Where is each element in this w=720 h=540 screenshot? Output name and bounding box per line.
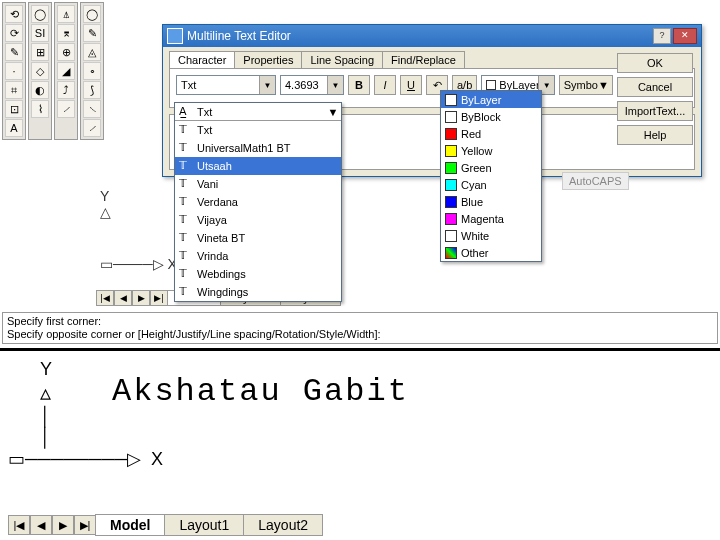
tool-hatch[interactable]: ⌗: [5, 81, 23, 99]
nav-first[interactable]: |◀: [96, 290, 114, 306]
titlebar[interactable]: Multiline Text Editor ? ✕: [163, 25, 701, 47]
tool-s[interactable]: ⟋: [83, 119, 101, 137]
lower-panel: Y ▵ │ │ ▭────────▷ X Akshatau Gabit |◀ ◀…: [0, 348, 720, 540]
tool-m[interactable]: ◯: [83, 5, 101, 23]
tool-e[interactable]: ◐: [31, 81, 49, 99]
color-item[interactable]: White: [441, 227, 541, 244]
italic-button[interactable]: I: [374, 75, 396, 95]
tool-text[interactable]: A: [5, 119, 23, 137]
font-item[interactable]: 𝕋Txt: [175, 121, 341, 139]
color-item[interactable]: Yellow: [441, 142, 541, 159]
tool-region[interactable]: ⊡: [5, 100, 23, 118]
tool-l[interactable]: ⟋: [57, 100, 75, 118]
tool-j[interactable]: ◢: [57, 62, 75, 80]
tab-properties[interactable]: Properties: [234, 51, 302, 68]
help-button[interactable]: Help: [617, 125, 693, 145]
tool-g[interactable]: ⍋: [57, 5, 75, 23]
tool-c[interactable]: ⊞: [31, 43, 49, 61]
ucs-icon-small: Y △ ▭────▷ X: [100, 188, 177, 272]
chevron-down-icon: ▼: [259, 76, 275, 94]
font-item[interactable]: 𝕋Vani: [175, 175, 341, 193]
color-item[interactable]: ByBlock: [441, 108, 541, 125]
nav-prev-big[interactable]: ◀: [30, 515, 52, 535]
font-dropdown-current[interactable]: A̲Txt▼: [175, 103, 341, 121]
tab-model-big[interactable]: Model: [95, 514, 165, 536]
color-item[interactable]: Other: [441, 244, 541, 261]
nav-first-big[interactable]: |◀: [8, 515, 30, 535]
tool-plus[interactable]: ✎: [5, 43, 23, 61]
color-item[interactable]: Cyan: [441, 176, 541, 193]
underline-button[interactable]: U: [400, 75, 422, 95]
tool-h[interactable]: ⌆: [57, 24, 75, 42]
tab-findreplace[interactable]: Find/Replace: [382, 51, 465, 68]
font-item[interactable]: 𝕋Webdings: [175, 265, 341, 283]
tool-r[interactable]: ⟍: [83, 100, 101, 118]
font-combo[interactable]: Txt▼: [176, 75, 276, 95]
tool-o[interactable]: ◬: [83, 43, 101, 61]
nav-last[interactable]: ▶|: [150, 290, 168, 306]
font-item[interactable]: 𝕋Wingdings: [175, 283, 341, 301]
nav-next[interactable]: ▶: [132, 290, 150, 306]
ucs-triangle-icon: △: [100, 204, 177, 220]
import-text-button[interactable]: ImportText...: [617, 101, 693, 121]
ok-button[interactable]: OK: [617, 53, 693, 73]
dialog-title: Multiline Text Editor: [187, 29, 291, 43]
tool-a[interactable]: ◯: [31, 5, 49, 23]
nav-next-big[interactable]: ▶: [52, 515, 74, 535]
tool-redo[interactable]: ⟳: [5, 24, 23, 42]
color-item[interactable]: ByLayer: [441, 91, 541, 108]
ucs-y-label: Y: [100, 188, 177, 204]
cancel-button[interactable]: Cancel: [617, 77, 693, 97]
tool-d[interactable]: ◇: [31, 62, 49, 80]
color-item[interactable]: Blue: [441, 193, 541, 210]
font-dropdown-list: A̲Txt▼ 𝕋Txt𝕋UniversalMath1 BT𝕋Utsaah𝕋Van…: [174, 102, 342, 302]
font-item[interactable]: 𝕋Utsaah: [175, 157, 341, 175]
color-dropdown-list: ByLayerByBlockRedYellowGreenCyanBlueMage…: [440, 90, 542, 262]
dialog-icon: [167, 28, 183, 44]
tool-undo[interactable]: ⟲: [5, 5, 23, 23]
tool-b[interactable]: SI: [31, 24, 49, 42]
color-item[interactable]: Red: [441, 125, 541, 142]
ucs-big-x: X: [151, 449, 163, 469]
tab-layout2-big[interactable]: Layout2: [243, 514, 323, 536]
font-item[interactable]: 𝕋Verdana: [175, 193, 341, 211]
dialog-side-buttons: OK Cancel ImportText... Help: [617, 53, 693, 145]
left-toolbars: ⟲ ⟳ ✎ · ⌗ ⊡ A ◯ SI ⊞ ◇ ◐ ⌇ ⍋ ⌆ ⊕ ◢ ⤴ ⟋ ◯…: [0, 0, 106, 142]
nav-prev[interactable]: ◀: [114, 290, 132, 306]
tool-point[interactable]: ·: [5, 62, 23, 80]
drawing-text: Akshatau Gabit: [112, 373, 409, 410]
tab-character[interactable]: Character: [169, 51, 235, 68]
tool-p[interactable]: ∘: [83, 62, 101, 80]
symbol-button[interactable]: Symbo ▼: [559, 75, 613, 95]
font-item[interactable]: 𝕋Vijaya: [175, 211, 341, 229]
tool-f[interactable]: ⌇: [31, 100, 49, 118]
bold-button[interactable]: B: [348, 75, 370, 95]
color-item[interactable]: Green: [441, 159, 541, 176]
font-item[interactable]: 𝕋Vrinda: [175, 247, 341, 265]
tab-linespacing[interactable]: Line Spacing: [301, 51, 383, 68]
tool-q[interactable]: ⟆: [83, 81, 101, 99]
model-layout-tabs-big: |◀ ◀ ▶ ▶| Model Layout1 Layout2: [8, 514, 323, 536]
size-input[interactable]: 4.3693▼: [280, 75, 344, 95]
tab-layout1-big[interactable]: Layout1: [164, 514, 244, 536]
tool-k[interactable]: ⤴: [57, 81, 75, 99]
nav-last-big[interactable]: ▶|: [74, 515, 96, 535]
tool-n[interactable]: ✎: [83, 24, 101, 42]
chevron-down-icon: ▼: [327, 76, 343, 94]
font-item[interactable]: 𝕋Vineta BT: [175, 229, 341, 247]
cmd-line1: Specify first corner:: [7, 315, 713, 328]
command-line[interactable]: Specify first corner: Specify opposite c…: [2, 312, 718, 344]
close-window-button[interactable]: ✕: [673, 28, 697, 44]
cmd-line2: Specify opposite corner or [Height/Justi…: [7, 328, 713, 341]
help-window-button[interactable]: ?: [653, 28, 671, 44]
autocaps-indicator: AutoCAPS: [562, 172, 629, 190]
tool-i[interactable]: ⊕: [57, 43, 75, 61]
font-item[interactable]: 𝕋UniversalMath1 BT: [175, 139, 341, 157]
color-item[interactable]: Magenta: [441, 210, 541, 227]
